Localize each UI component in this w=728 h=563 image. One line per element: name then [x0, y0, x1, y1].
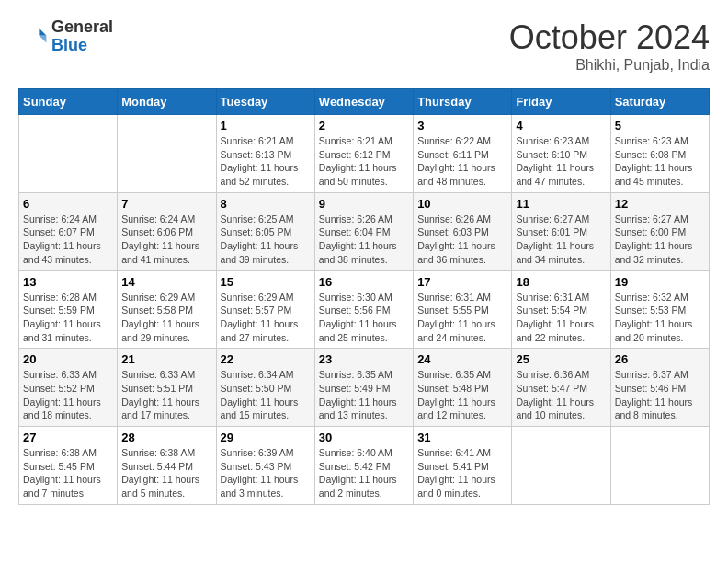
header-day-friday: Friday	[512, 89, 610, 115]
day-number: 28	[121, 431, 211, 444]
calendar-cell	[610, 427, 709, 505]
logo-text: General Blue	[51, 18, 113, 55]
day-info: Sunrise: 6:38 AMSunset: 5:44 PMDaylight:…	[121, 446, 211, 500]
day-info: Sunrise: 6:33 AMSunset: 5:51 PMDaylight:…	[121, 368, 211, 422]
calendar-week-1: 1Sunrise: 6:21 AMSunset: 6:13 PMDaylight…	[19, 115, 710, 193]
header-day-thursday: Thursday	[414, 89, 512, 115]
calendar-cell: 5Sunrise: 6:23 AMSunset: 6:08 PMDaylight…	[610, 115, 709, 193]
day-number: 20	[23, 352, 113, 366]
calendar-body: 1Sunrise: 6:21 AMSunset: 6:13 PMDaylight…	[19, 115, 710, 505]
calendar-cell: 8Sunrise: 6:25 AMSunset: 6:05 PMDaylight…	[216, 192, 314, 270]
logo-general-text: General	[51, 18, 113, 37]
day-number: 19	[615, 275, 705, 289]
calendar-cell: 19Sunrise: 6:32 AMSunset: 5:53 PMDayligh…	[610, 270, 709, 349]
day-info: Sunrise: 6:21 AMSunset: 6:12 PMDaylight:…	[319, 134, 409, 189]
calendar-week-4: 20Sunrise: 6:33 AMSunset: 5:52 PMDayligh…	[19, 349, 710, 427]
day-number: 10	[417, 197, 507, 211]
day-info: Sunrise: 6:27 AMSunset: 6:00 PMDaylight:…	[615, 213, 705, 267]
header-day-wednesday: Wednesday	[314, 89, 413, 115]
logo-icon	[18, 22, 48, 52]
header-day-saturday: Saturday	[610, 89, 709, 115]
day-number: 26	[615, 352, 705, 366]
day-number: 8	[221, 197, 311, 211]
day-info: Sunrise: 6:30 AMSunset: 5:56 PMDaylight:…	[319, 291, 409, 345]
calendar-cell	[19, 115, 118, 193]
calendar-cell: 30Sunrise: 6:40 AMSunset: 5:42 PMDayligh…	[314, 427, 413, 505]
svg-marker-1	[39, 35, 46, 42]
calendar-cell: 31Sunrise: 6:41 AMSunset: 5:41 PMDayligh…	[414, 427, 512, 505]
day-info: Sunrise: 6:32 AMSunset: 5:53 PMDaylight:…	[615, 291, 705, 345]
calendar-cell: 25Sunrise: 6:36 AMSunset: 5:47 PMDayligh…	[512, 349, 610, 427]
day-number: 1	[221, 119, 311, 132]
day-info: Sunrise: 6:29 AMSunset: 5:57 PMDaylight:…	[221, 291, 311, 345]
logo-blue-text: Blue	[51, 37, 113, 55]
calendar-cell: 16Sunrise: 6:30 AMSunset: 5:56 PMDayligh…	[314, 270, 413, 349]
calendar-week-2: 6Sunrise: 6:24 AMSunset: 6:07 PMDaylight…	[19, 192, 710, 270]
day-number: 2	[319, 119, 409, 132]
day-info: Sunrise: 6:35 AMSunset: 5:48 PMDaylight:…	[417, 368, 507, 422]
calendar-cell: 13Sunrise: 6:28 AMSunset: 5:59 PMDayligh…	[19, 270, 118, 349]
calendar-cell: 4Sunrise: 6:23 AMSunset: 6:10 PMDaylight…	[512, 115, 610, 193]
calendar-cell: 20Sunrise: 6:33 AMSunset: 5:52 PMDayligh…	[19, 349, 118, 427]
calendar-week-3: 13Sunrise: 6:28 AMSunset: 5:59 PMDayligh…	[19, 270, 710, 349]
calendar-cell: 21Sunrise: 6:33 AMSunset: 5:51 PMDayligh…	[118, 349, 216, 427]
day-info: Sunrise: 6:21 AMSunset: 6:13 PMDaylight:…	[221, 134, 311, 189]
day-number: 16	[319, 275, 409, 289]
day-number: 22	[221, 352, 311, 366]
day-number: 15	[221, 275, 311, 289]
day-info: Sunrise: 6:35 AMSunset: 5:49 PMDaylight:…	[319, 368, 409, 422]
day-info: Sunrise: 6:37 AMSunset: 5:46 PMDaylight:…	[615, 368, 705, 422]
day-number: 31	[417, 431, 507, 444]
page-header: General Blue October 2024 Bhikhi, Punjab…	[18, 18, 710, 74]
day-number: 11	[516, 197, 606, 211]
day-number: 18	[516, 275, 606, 289]
calendar-cell: 3Sunrise: 6:22 AMSunset: 6:11 PMDaylight…	[414, 115, 512, 193]
day-info: Sunrise: 6:26 AMSunset: 6:03 PMDaylight:…	[417, 213, 507, 267]
day-number: 21	[121, 352, 211, 366]
day-number: 23	[319, 352, 409, 366]
calendar-subtitle: Bhikhi, Punjab, India	[509, 57, 710, 74]
day-info: Sunrise: 6:23 AMSunset: 6:10 PMDaylight:…	[516, 134, 606, 189]
day-info: Sunrise: 6:29 AMSunset: 5:58 PMDaylight:…	[121, 291, 211, 345]
day-info: Sunrise: 6:39 AMSunset: 5:43 PMDaylight:…	[221, 446, 311, 500]
calendar-cell: 10Sunrise: 6:26 AMSunset: 6:03 PMDayligh…	[414, 192, 512, 270]
day-info: Sunrise: 6:38 AMSunset: 5:45 PMDaylight:…	[23, 446, 113, 500]
day-info: Sunrise: 6:24 AMSunset: 6:07 PMDaylight:…	[23, 213, 113, 267]
calendar-cell: 9Sunrise: 6:26 AMSunset: 6:04 PMDaylight…	[314, 192, 413, 270]
day-info: Sunrise: 6:41 AMSunset: 5:41 PMDaylight:…	[417, 446, 507, 500]
header-day-sunday: Sunday	[19, 89, 118, 115]
calendar-cell: 17Sunrise: 6:31 AMSunset: 5:55 PMDayligh…	[414, 270, 512, 349]
calendar-cell: 2Sunrise: 6:21 AMSunset: 6:12 PMDaylight…	[314, 115, 413, 193]
day-number: 3	[417, 119, 507, 132]
title-block: October 2024 Bhikhi, Punjab, India	[509, 18, 710, 74]
calendar-table: SundayMondayTuesdayWednesdayThursdayFrid…	[18, 88, 710, 505]
day-number: 4	[516, 119, 606, 132]
calendar-cell: 27Sunrise: 6:38 AMSunset: 5:45 PMDayligh…	[19, 427, 118, 505]
calendar-cell: 15Sunrise: 6:29 AMSunset: 5:57 PMDayligh…	[216, 270, 314, 349]
day-info: Sunrise: 6:27 AMSunset: 6:01 PMDaylight:…	[516, 213, 606, 267]
calendar-cell: 18Sunrise: 6:31 AMSunset: 5:54 PMDayligh…	[512, 270, 610, 349]
calendar-cell: 23Sunrise: 6:35 AMSunset: 5:49 PMDayligh…	[314, 349, 413, 427]
calendar-cell: 6Sunrise: 6:24 AMSunset: 6:07 PMDaylight…	[19, 192, 118, 270]
day-number: 30	[319, 431, 409, 444]
calendar-cell: 24Sunrise: 6:35 AMSunset: 5:48 PMDayligh…	[414, 349, 512, 427]
header-day-monday: Monday	[118, 89, 216, 115]
day-number: 29	[221, 431, 311, 444]
day-info: Sunrise: 6:25 AMSunset: 6:05 PMDaylight:…	[221, 213, 311, 267]
day-number: 27	[23, 431, 113, 444]
day-info: Sunrise: 6:36 AMSunset: 5:47 PMDaylight:…	[516, 368, 606, 422]
logo: General Blue	[18, 18, 113, 55]
calendar-title: October 2024	[509, 18, 710, 57]
calendar-cell: 1Sunrise: 6:21 AMSunset: 6:13 PMDaylight…	[216, 115, 314, 193]
day-number: 25	[516, 352, 606, 366]
day-number: 12	[615, 197, 705, 211]
day-number: 14	[121, 275, 211, 289]
calendar-cell: 26Sunrise: 6:37 AMSunset: 5:46 PMDayligh…	[610, 349, 709, 427]
day-info: Sunrise: 6:40 AMSunset: 5:42 PMDaylight:…	[319, 446, 409, 500]
calendar-week-5: 27Sunrise: 6:38 AMSunset: 5:45 PMDayligh…	[19, 427, 710, 505]
day-number: 13	[23, 275, 113, 289]
header-day-tuesday: Tuesday	[216, 89, 314, 115]
calendar-cell: 22Sunrise: 6:34 AMSunset: 5:50 PMDayligh…	[216, 349, 314, 427]
day-number: 6	[23, 197, 113, 211]
calendar-cell: 28Sunrise: 6:38 AMSunset: 5:44 PMDayligh…	[118, 427, 216, 505]
